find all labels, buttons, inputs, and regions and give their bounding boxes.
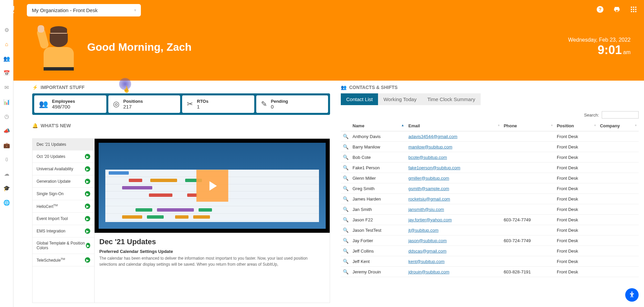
whatsnew-item-label: Oct '20 Updates xyxy=(37,154,65,159)
contact-email[interactable]: rocketsiu@gmail.com xyxy=(408,196,450,202)
svg-rect-2 xyxy=(631,6,632,8)
contact-name: Fake1 Person xyxy=(351,163,406,173)
magnify-icon[interactable]: 🔍 xyxy=(343,217,348,222)
stat-employees[interactable]: 👥 Employees498/700 xyxy=(34,95,106,113)
svg-rect-9 xyxy=(633,11,634,12)
magnify-icon[interactable]: 🔍 xyxy=(343,238,348,243)
calendar-icon[interactable]: 📅 xyxy=(3,70,10,76)
mail-icon[interactable]: ✉ xyxy=(4,84,9,91)
contact-company xyxy=(598,215,639,225)
play-icon[interactable] xyxy=(196,170,228,202)
col-name[interactable]: Name▲ xyxy=(351,121,406,131)
contact-phone xyxy=(502,131,555,142)
whatsnew-item[interactable]: Single Sign-On▶ xyxy=(33,188,94,200)
whatsnew-item[interactable]: HelloCertTM▶ xyxy=(33,200,94,213)
megaphone-icon[interactable]: 📣 xyxy=(3,128,10,134)
whatsnew-item[interactable]: Generation Update▶ xyxy=(33,175,94,188)
org-selector[interactable]: My Organization - Front Desk xyxy=(27,4,141,16)
contact-position: Front Desk xyxy=(555,173,598,183)
video-thumbnail[interactable] xyxy=(95,139,330,233)
whatsnew-item-label: HelloCertTM xyxy=(37,204,58,209)
magnify-icon[interactable]: 🔍 xyxy=(343,186,348,191)
whatsnew-item-label: Dec '21 Updates xyxy=(37,142,66,147)
contact-company xyxy=(598,204,639,215)
whatsnew-item[interactable]: EMS Integration▶ xyxy=(33,225,94,237)
contact-phone xyxy=(502,173,555,183)
contact-email[interactable]: kent@subitup.com xyxy=(408,259,444,264)
magnify-icon[interactable]: 🔍 xyxy=(343,227,348,233)
chevron-right-icon: ▶ xyxy=(85,179,90,184)
magnify-icon[interactable]: 🔍 xyxy=(343,134,348,139)
help-icon[interactable]: ? xyxy=(596,6,604,15)
table-row: 🔍Jason TestTestjt@subitup.comFront Desk xyxy=(341,225,639,235)
magnify-icon[interactable]: 🔍 xyxy=(343,144,348,149)
search-input[interactable] xyxy=(602,111,639,119)
col-email[interactable]: Email♦ xyxy=(406,121,501,131)
home-icon[interactable]: ⌂ xyxy=(5,41,8,47)
contact-phone xyxy=(502,194,555,204)
cloud-icon[interactable]: ☁ xyxy=(4,171,9,177)
contact-name: Glenn Miller xyxy=(351,173,406,183)
whatsnew-panel: Dec '21 UpdatesOct '20 Updates▶Universal… xyxy=(32,138,330,303)
magnify-icon[interactable]: 🔍 xyxy=(343,165,348,170)
datetime-display: Wednesday, Feb 23, 2022 9:01am xyxy=(568,37,634,57)
contact-phone xyxy=(502,225,555,235)
contact-company xyxy=(598,173,639,183)
contact-position: Front Desk xyxy=(555,131,598,142)
tab-working-today[interactable]: Working Today xyxy=(378,93,422,105)
tab-time-clock[interactable]: Time Clock Summary xyxy=(422,93,481,105)
contact-position: Front Desk xyxy=(555,152,598,163)
contact-company xyxy=(598,246,639,256)
whatsnew-item-label: EMS Integration xyxy=(37,229,65,233)
whatsnew-item[interactable]: TeleScheduleTM▶ xyxy=(33,254,94,266)
contact-email[interactable]: gsmith@sample.com xyxy=(408,186,449,191)
whatsnew-item[interactable]: Dec '21 Updates xyxy=(33,139,94,150)
contact-email[interactable]: adavis34544@gmail.com xyxy=(408,134,457,139)
contact-email[interactable]: jason@subitup.com xyxy=(408,238,446,243)
col-company[interactable]: Company♦ xyxy=(598,121,639,131)
col-phone[interactable]: Phone♦ xyxy=(502,121,555,131)
whatsnew-item[interactable]: Event Import Tool▶ xyxy=(33,213,94,225)
whatsnew-item[interactable]: Global Template & Position Colors▶ xyxy=(33,237,94,254)
clock-icon[interactable]: ◷ xyxy=(4,113,9,120)
globe-icon[interactable]: 🌐 xyxy=(3,200,10,206)
apps-icon[interactable] xyxy=(630,6,637,15)
magnify-icon[interactable]: 🔍 xyxy=(343,207,348,212)
table-row: 🔍Jan Smithjansmith@siu.comFront Desk xyxy=(341,204,639,215)
contact-email[interactable]: jt@subitup.com xyxy=(408,228,438,233)
contact-email[interactable]: fake1person@subitup.com xyxy=(408,165,460,170)
whatsnew-item[interactable]: Universal Availability▶ xyxy=(33,163,94,175)
gear-icon[interactable]: ⚙ xyxy=(4,27,9,33)
contact-email[interactable]: jay.fortier@yahoo.com xyxy=(408,217,451,222)
stat-rtos[interactable]: ✂ RTOs1 xyxy=(182,95,254,113)
magnify-icon[interactable]: 🔍 xyxy=(343,175,348,181)
whatsnew-item[interactable]: Oct '20 Updates▶ xyxy=(33,150,94,163)
contact-email[interactable]: bcote@subitup.com xyxy=(408,155,447,160)
contact-email[interactable]: manilow@subitup.com xyxy=(408,144,452,149)
magnify-icon[interactable]: 🔍 xyxy=(343,259,348,264)
tab-contact-list[interactable]: Contact List xyxy=(341,93,378,105)
stat-positions[interactable]: ◎ Positions217 xyxy=(108,95,180,113)
contact-email[interactable]: ddscas@gmail.com xyxy=(408,249,446,254)
contact-email[interactable]: jansmith@siu.com xyxy=(408,207,444,212)
contact-position: Front Desk xyxy=(555,204,598,215)
svg-rect-6 xyxy=(633,9,634,10)
chart-icon[interactable]: 📊 xyxy=(3,99,10,105)
magnet-icon[interactable]: ⩂ xyxy=(5,157,8,163)
svg-rect-10 xyxy=(635,11,637,12)
magnify-icon[interactable]: 🔍 xyxy=(343,248,348,254)
grad-icon[interactable]: 🎓 xyxy=(3,185,10,191)
contact-email[interactable]: gmiller@subitup.com xyxy=(408,176,449,181)
magnify-icon[interactable]: 🔍 xyxy=(343,155,348,160)
col-position[interactable]: Position♦ xyxy=(555,121,598,131)
contact-email[interactable]: jdrouin@subitup.com xyxy=(408,269,449,274)
magnify-icon[interactable]: 🔍 xyxy=(343,269,348,274)
briefcase-icon[interactable]: 💼 xyxy=(3,142,10,148)
print-icon[interactable] xyxy=(613,6,621,15)
accessibility-button[interactable] xyxy=(625,288,639,302)
contact-company xyxy=(598,267,639,277)
contacts-table-wrap[interactable]: Name▲ Email♦ Phone♦ Position♦ Company♦ 🔍… xyxy=(341,121,639,303)
people-icon[interactable]: 👥 xyxy=(3,55,10,62)
stat-pending[interactable]: ✎ Pending0 xyxy=(256,95,328,113)
magnify-icon[interactable]: 🔍 xyxy=(343,196,348,202)
